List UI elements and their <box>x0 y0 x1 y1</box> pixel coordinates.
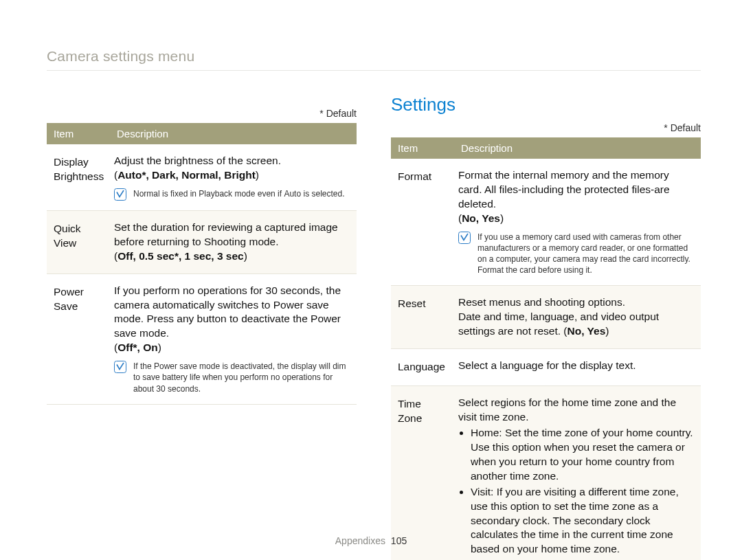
desc-text: Select a language for the display text. <box>458 359 636 371</box>
svg-rect-2 <box>459 232 471 243</box>
desc-text: Format the internal memory and the memor… <box>458 169 670 210</box>
section-title: Settings <box>391 94 701 115</box>
info-icon <box>114 188 126 201</box>
table-row: Display Brightness Adjust the brightness… <box>47 144 357 210</box>
info-icon <box>458 232 471 244</box>
options-suffix: ) <box>244 250 247 262</box>
table-row: Language Select a language for the displ… <box>391 349 701 386</box>
svg-rect-0 <box>115 188 126 200</box>
item-description: Select regions for the home time zone an… <box>454 386 701 560</box>
right-column: Settings * Default Item Description Form… <box>391 71 701 560</box>
th-desc: Description <box>454 137 701 159</box>
options: Off*, On <box>117 341 158 353</box>
info-icon <box>114 361 126 373</box>
desc-text: Adjust the brightness of the screen. <box>114 155 281 166</box>
desc-text: Select regions for the home time zone an… <box>458 396 676 423</box>
page-footer: Appendixes 105 <box>0 535 742 546</box>
settings-table-left: Item Description Display Brightness Adju… <box>47 123 357 405</box>
note-text: Normal is fixed in Playback mode even if… <box>133 188 350 199</box>
item-description: If you perform no operations for 30 seco… <box>110 273 357 404</box>
table-row: Reset Reset menus and shooting options. … <box>391 286 701 349</box>
list-item: Home: Set the time zone of your home cou… <box>471 426 694 484</box>
options-suffix: ) <box>500 212 504 224</box>
page: Camera settings menu * Default Item Desc… <box>0 0 742 560</box>
th-item: Item <box>391 137 454 159</box>
default-note-right: * Default <box>391 122 701 133</box>
note-text: If you use a memory card used with camer… <box>477 232 694 276</box>
options: No, Yes <box>567 325 606 337</box>
options-suffix: ) <box>256 169 259 181</box>
options-suffix: ) <box>158 341 161 353</box>
item-label: Language <box>391 349 454 386</box>
item-description: Format the internal memory and the memor… <box>454 159 701 286</box>
options: Auto*, Dark, Normal, Bright <box>117 169 256 181</box>
options: Off, 0.5 sec*, 1 sec, 3 sec <box>117 250 244 262</box>
item-label: Power Save <box>47 273 110 404</box>
item-label: Reset <box>391 286 454 349</box>
th-desc: Description <box>110 123 357 144</box>
item-description: Reset menus and shooting options. Date a… <box>454 286 701 349</box>
table-row: Power Save If you perform no operations … <box>47 273 357 404</box>
left-column: * Default Item Description Display Brigh… <box>47 71 357 560</box>
breadcrumb: Camera settings menu <box>47 48 701 65</box>
table-row: Quick View Set the duration for reviewin… <box>47 210 357 273</box>
desc-text: Set the duration for reviewing a capture… <box>114 221 338 247</box>
table-row: Time Zone Select regions for the home ti… <box>391 386 701 560</box>
desc-text: If you perform no operations for 30 seco… <box>114 284 341 339</box>
item-label: Display Brightness <box>47 144 110 210</box>
th-item: Item <box>47 123 110 144</box>
item-label: Format <box>391 159 454 286</box>
table-row: Format Format the internal memory and th… <box>391 159 701 286</box>
content-columns: * Default Item Description Display Brigh… <box>47 71 701 560</box>
desc-text: Reset menus and shooting options. Date a… <box>458 296 659 337</box>
note-box: If the Power save mode is deactivated, t… <box>114 361 350 394</box>
svg-rect-1 <box>115 361 126 373</box>
options: No, Yes <box>462 212 500 224</box>
note-text: If the Power save mode is deactivated, t… <box>133 361 350 394</box>
item-description: Select a language for the display text. <box>454 349 701 386</box>
item-label: Quick View <box>47 210 110 273</box>
footer-section: Appendixes <box>335 535 385 546</box>
note-box: Normal is fixed in Playback mode even if… <box>114 188 350 201</box>
default-note-left: * Default <box>47 108 357 119</box>
item-description: Set the duration for reviewing a capture… <box>110 210 357 273</box>
settings-table-right: Item Description Format Format the inter… <box>391 137 701 560</box>
page-number: 105 <box>391 535 407 546</box>
note-box: If you use a memory card used with camer… <box>458 232 694 276</box>
item-label: Time Zone <box>391 386 454 560</box>
item-description: Adjust the brightness of the screen. (Au… <box>110 144 357 210</box>
